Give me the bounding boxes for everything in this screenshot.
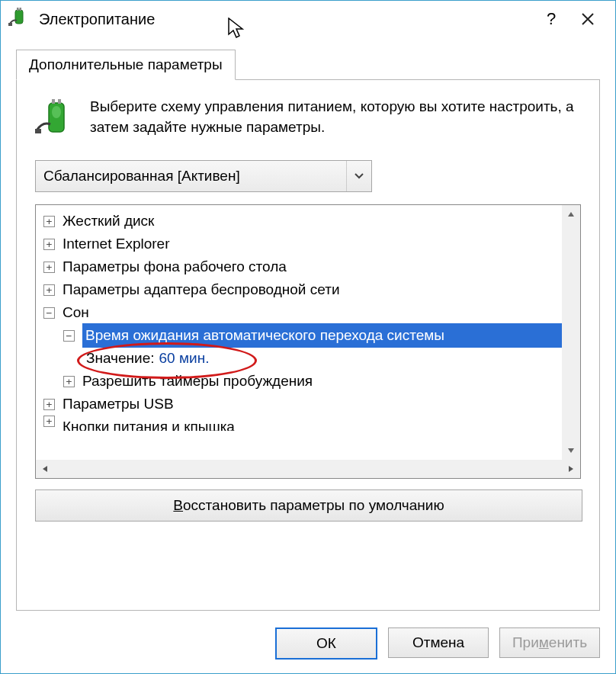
svg-point-7 (52, 106, 61, 118)
tree-node-hdd[interactable]: + Жесткий диск (43, 210, 562, 233)
dropdown-selected-text: Сбалансированная [Активен] (36, 168, 346, 185)
button-label: Восстановить параметры по умолчанию (173, 497, 444, 514)
settings-tree[interactable]: + Жесткий диск + Internet Explorer + Пар… (36, 205, 562, 460)
value-text: 60 мин. (159, 347, 210, 369)
svg-rect-0 (15, 10, 23, 24)
tabstrip: Дополнительные параметры (16, 50, 600, 80)
tree-node-wifi[interactable]: + Параметры адаптера беспроводной сети (43, 278, 562, 301)
ok-button[interactable]: ОК (275, 627, 377, 660)
expander-plus-icon[interactable]: + (43, 399, 55, 410)
button-label: ОК (316, 635, 336, 652)
vertical-scrollbar[interactable] (562, 205, 580, 460)
tree-node-sleep-timeout[interactable]: − Время ожидания автоматического переход… (43, 324, 562, 347)
tree-node-wallpaper[interactable]: + Параметры фона рабочего стола (43, 255, 562, 278)
apply-button[interactable]: Применить (499, 627, 600, 658)
help-button[interactable]: ? (533, 1, 569, 37)
svg-rect-2 (20, 8, 22, 11)
expander-minus-icon[interactable]: − (43, 307, 55, 319)
expander-plus-icon[interactable]: + (63, 376, 75, 387)
chevron-down-icon[interactable] (346, 161, 371, 191)
scroll-up-icon[interactable] (562, 205, 580, 223)
tree-node-lid[interactable]: + Кнопки питания и кпышка (43, 416, 562, 431)
close-button[interactable] (569, 1, 606, 37)
tab-advanced[interactable]: Дополнительные параметры (16, 50, 236, 80)
app-icon (8, 7, 30, 32)
client-area: Дополнительные параметры Выберите схему … (1, 37, 615, 617)
settings-tree-panel: + Жесткий диск + Internet Explorer + Пар… (35, 204, 581, 479)
tree-node-sleep[interactable]: − Сон (43, 301, 562, 324)
restore-defaults-button[interactable]: Восстановить параметры по умолчанию (35, 489, 582, 522)
expander-plus-icon[interactable]: + (43, 239, 55, 250)
scroll-right-icon[interactable] (562, 460, 580, 478)
power-plan-dropdown[interactable]: Сбалансированная [Активен] (35, 160, 372, 192)
scroll-down-icon[interactable] (562, 441, 580, 460)
window-title: Электропитание (39, 11, 155, 28)
svg-rect-5 (52, 99, 55, 104)
power-options-window: Электропитание ? Дополнительные параметр… (0, 0, 616, 674)
cancel-button[interactable]: Отмена (388, 627, 489, 658)
battery-icon (35, 97, 76, 142)
value-label: Значение: (86, 347, 155, 369)
header-block: Выберите схему управления питанием, кото… (35, 97, 581, 142)
svg-rect-8 (35, 129, 41, 133)
scroll-left-icon[interactable] (36, 460, 54, 478)
tree-node-wake-timers[interactable]: + Разрешить таймеры пробуждения (43, 370, 562, 393)
expander-plus-icon[interactable]: + (43, 216, 55, 227)
tree-node-value[interactable]: Значение: 60 мин. (43, 347, 562, 370)
svg-rect-1 (17, 8, 19, 11)
horizontal-scrollbar[interactable] (36, 460, 580, 478)
dialog-buttons: ОК Отмена Применить (1, 617, 615, 673)
tree-node-ie[interactable]: + Internet Explorer (43, 233, 562, 255)
svg-rect-6 (58, 99, 61, 104)
svg-rect-3 (8, 23, 12, 26)
tab-panel: Выберите схему управления питанием, кото… (16, 79, 600, 611)
button-label: Применить (512, 634, 587, 651)
expander-plus-icon[interactable]: + (43, 262, 55, 273)
button-label: Отмена (412, 634, 464, 651)
expander-plus-icon[interactable]: + (43, 284, 55, 296)
tree-node-usb[interactable]: + Параметры USB (43, 393, 562, 416)
expander-plus-icon[interactable]: + (43, 416, 55, 427)
expander-minus-icon[interactable]: − (63, 330, 75, 342)
header-text: Выберите схему управления питанием, кото… (90, 97, 581, 142)
titlebar: Электропитание ? (1, 1, 615, 37)
